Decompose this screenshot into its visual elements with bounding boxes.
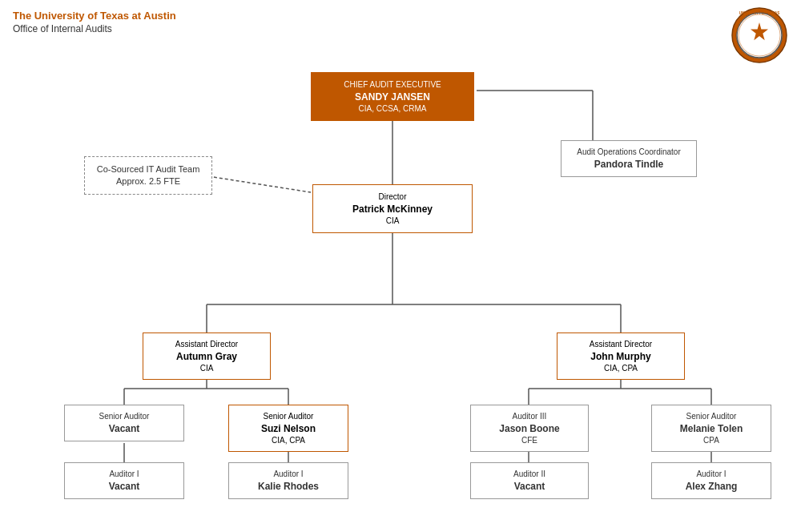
aoc-name: Pandora Tindle — [568, 158, 690, 171]
header: The University of Texas at Austin Office… — [13, 10, 176, 34]
sa-nelson-cert: CIA, CPA — [235, 435, 341, 446]
a1-rhodes-name: Kalie Rhodes — [235, 480, 341, 493]
ad-right-name: John Murphy — [564, 350, 678, 363]
ad-left-node: Assistant Director Autumn Gray CIA — [143, 332, 271, 380]
office-subtitle: Office of Internal Audits — [13, 23, 176, 34]
aud-boone-name: Jason Boone — [477, 422, 582, 435]
cae-node: CHIEF AUDIT EXECUTIVE SANDY JANSEN CIA, … — [311, 72, 474, 121]
a2-vacant-role: Auditor II — [477, 469, 582, 480]
org-chart: CHIEF AUDIT EXECUTIVE SANDY JANSEN CIA, … — [0, 68, 801, 532]
a1-zhang-name: Alex Zhang — [658, 480, 764, 493]
cosourced-line1: Co-Sourced IT Audit Team — [91, 163, 205, 175]
a1-rhodes-node: Auditor I Kalie Rhodes — [228, 462, 348, 499]
cae-name: SANDY JANSEN — [320, 91, 465, 103]
aud-boone-role: Auditor III — [477, 411, 582, 422]
ut-seal: UNIVERSITY OF TEXAS AT AUSTIN DISCIPLINA… — [731, 6, 788, 64]
a1-vacant-node: Auditor I Vacant — [64, 462, 184, 499]
university-title: The University of Texas at Austin — [13, 10, 176, 22]
sa-nelson-name: Suzi Nelson — [235, 422, 341, 435]
cosourced-node: Co-Sourced IT Audit Team Approx. 2.5 FTE — [84, 156, 212, 195]
aoc-node: Audit Operations Coordinator Pandora Tin… — [561, 140, 697, 177]
aoc-role: Audit Operations Coordinator — [568, 147, 690, 158]
aud-boone-node: Auditor III Jason Boone CFE — [470, 405, 589, 452]
sa-tolen-role: Senior Auditor — [658, 411, 764, 422]
ad-left-role: Assistant Director — [150, 339, 264, 350]
a1-vacant-role: Auditor I — [71, 469, 177, 480]
a2-vacant-node: Auditor II Vacant — [470, 462, 589, 499]
director-name: Patrick McKinney — [321, 203, 464, 216]
sa-tolen-cert: CPA — [658, 435, 764, 446]
sa-vacant-node: Senior Auditor Vacant — [64, 405, 184, 441]
a1-zhang-node: Auditor I Alex Zhang — [651, 462, 771, 499]
ad-right-cert: CIA, CPA — [564, 363, 678, 374]
sa-tolen-name: Melanie Tolen — [658, 422, 764, 435]
ad-left-cert: CIA — [150, 363, 264, 374]
director-node: Director Patrick McKinney CIA — [312, 184, 473, 233]
director-cert: CIA — [321, 216, 464, 227]
sa-nelson-node: Senior Auditor Suzi Nelson CIA, CPA — [228, 405, 348, 452]
cosourced-line2: Approx. 2.5 FTE — [91, 175, 205, 187]
a2-vacant-name: Vacant — [477, 480, 582, 493]
sa-vacant-role: Senior Auditor — [71, 411, 177, 422]
a1-vacant-name: Vacant — [71, 480, 177, 493]
cae-role: CHIEF AUDIT EXECUTIVE — [320, 79, 465, 91]
ad-right-node: Assistant Director John Murphy CIA, CPA — [557, 332, 685, 380]
svg-line-26 — [208, 176, 311, 192]
ad-left-name: Autumn Gray — [150, 350, 264, 363]
sa-nelson-role: Senior Auditor — [235, 411, 341, 422]
ad-right-role: Assistant Director — [564, 339, 678, 350]
a1-zhang-role: Auditor I — [658, 469, 764, 480]
director-role: Director — [321, 191, 464, 203]
sa-vacant-name: Vacant — [71, 422, 177, 435]
a1-rhodes-role: Auditor I — [235, 469, 341, 480]
cae-cert: CIA, CCSA, CRMA — [320, 103, 465, 115]
sa-tolen-node: Senior Auditor Melanie Tolen CPA — [651, 405, 771, 452]
aud-boone-cert: CFE — [477, 435, 582, 446]
